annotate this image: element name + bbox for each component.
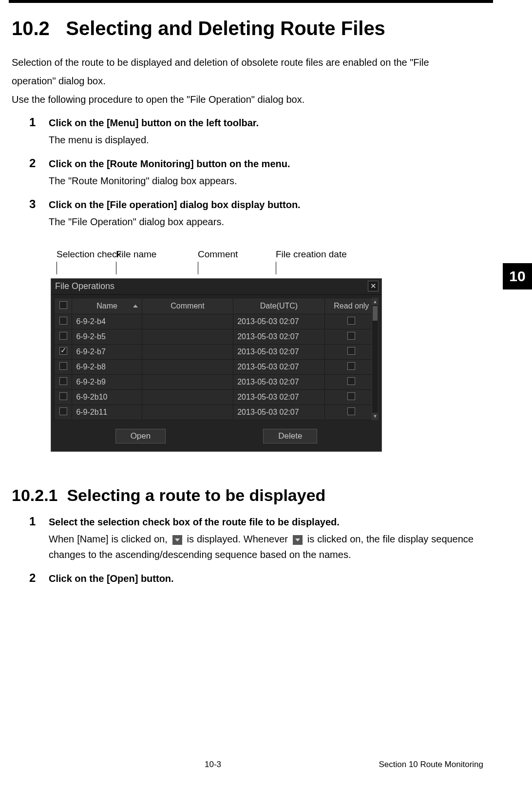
row-checkbox[interactable]	[55, 329, 72, 345]
header-comment[interactable]: Comment	[142, 298, 233, 314]
section-number: 10.2	[12, 18, 50, 39]
step-number: 3	[29, 197, 49, 230]
close-icon: ✕	[370, 282, 377, 290]
checkbox-icon	[347, 347, 355, 355]
desc-text: When [Name] is clicked on,	[49, 534, 171, 544]
step-desc: When [Name] is clicked on, is displayed.…	[49, 531, 474, 562]
row-checkbox[interactable]	[55, 375, 72, 390]
row-readonly[interactable]	[324, 314, 378, 329]
file-table: Name Comment Date(UTC) Read only 6-9-2-b…	[54, 298, 379, 420]
table-row[interactable]: 6-9-2b102013-05-03 02:07	[55, 390, 379, 405]
dropdown-icon	[172, 535, 182, 545]
row-name: 6-9-2b11	[72, 405, 142, 420]
close-button[interactable]: ✕	[368, 281, 379, 291]
row-name: 6-9-2-b5	[72, 329, 142, 345]
desc-text: is displayed. Whenever	[184, 534, 291, 544]
table-row[interactable]: 6-9-2-b52013-05-03 02:07	[55, 329, 379, 345]
section-title: 10.2 Selecting and Deleting Route Files	[12, 18, 474, 39]
dialog-title: File Operations	[55, 281, 114, 291]
checkbox-icon	[59, 332, 67, 340]
checkbox-icon	[59, 317, 67, 325]
scroll-up-icon[interactable]: ▲	[372, 298, 378, 305]
intro-paragraph-1: Selection of the route to be displayed a…	[12, 53, 474, 90]
table-row[interactable]: 6-9-2b112013-05-03 02:07	[55, 405, 379, 420]
row-checkbox[interactable]	[55, 360, 72, 375]
row-date: 2013-05-03 02:07	[233, 314, 324, 329]
step-title: Click on the [Open] button.	[49, 571, 474, 586]
callout-selection: Selection check	[57, 249, 121, 274]
callout-line	[198, 262, 198, 274]
step-title: Select the selection check box of the ro…	[49, 515, 474, 529]
step-desc: The menu is displayed.	[49, 132, 474, 148]
row-readonly[interactable]	[324, 360, 378, 375]
checkbox-icon	[347, 362, 355, 370]
callout-line	[57, 262, 57, 274]
scroll-down-icon[interactable]: ▼	[372, 413, 378, 420]
top-rule	[9, 0, 493, 3]
table-row[interactable]: 6-9-2-b92013-05-03 02:07	[55, 375, 379, 390]
row-comment	[142, 329, 233, 345]
step-number: 1	[29, 515, 49, 562]
row-checkbox[interactable]	[55, 314, 72, 329]
scrollbar[interactable]: ▲ ▼	[372, 298, 379, 420]
row-comment	[142, 345, 233, 360]
checkbox-icon	[59, 407, 67, 415]
header-checkbox[interactable]	[55, 298, 72, 314]
row-name: 6-9-2-b8	[72, 360, 142, 375]
delete-button[interactable]: Delete	[263, 429, 317, 443]
section-heading: Selecting and Deleting Route Files	[66, 18, 385, 39]
procedure-steps-b: 1 Select the selection check box of the …	[29, 515, 474, 586]
callout-line	[116, 262, 116, 274]
page-footer: 10-3 Section 10 Route Monitoring	[0, 760, 532, 770]
step-title: Click on the [Menu] button on the left t…	[49, 115, 474, 130]
row-date: 2013-05-03 02:07	[233, 360, 324, 375]
callout-labels: Selection check File name Comment File c…	[51, 249, 392, 278]
table-row[interactable]: 6-9-2-b42013-05-03 02:07	[55, 314, 379, 329]
row-comment	[142, 375, 233, 390]
checkbox-icon	[59, 377, 67, 385]
figure-area: Selection check File name Comment File c…	[51, 249, 392, 452]
callout-text: Selection check	[57, 249, 121, 259]
step-1: 1 Click on the [Menu] button on the left…	[29, 115, 474, 148]
step-desc: The "Route Monitoring" dialog box appear…	[49, 173, 474, 189]
callout-comment: Comment	[198, 249, 238, 274]
callout-filename: File name	[116, 249, 156, 274]
row-date: 2013-05-03 02:07	[233, 345, 324, 360]
checkbox-icon	[59, 362, 67, 370]
step-3: 3 Click on the [File operation] dialog b…	[29, 197, 474, 230]
dialog-button-row: Open Delete	[51, 420, 381, 451]
row-readonly[interactable]	[324, 375, 378, 390]
open-button[interactable]: Open	[115, 429, 166, 443]
callout-creation: File creation date	[276, 249, 347, 274]
scroll-thumb[interactable]	[373, 306, 378, 321]
dropdown-icon	[293, 535, 303, 545]
row-checkbox[interactable]	[55, 345, 72, 360]
header-date[interactable]: Date(UTC)	[233, 298, 324, 314]
row-date: 2013-05-03 02:07	[233, 405, 324, 420]
row-readonly[interactable]	[324, 405, 378, 420]
callout-line	[276, 262, 276, 274]
header-name[interactable]: Name	[72, 298, 142, 314]
row-comment	[142, 360, 233, 375]
checkbox-icon	[59, 347, 67, 355]
header-readonly[interactable]: Read only	[324, 298, 378, 314]
row-readonly[interactable]	[324, 329, 378, 345]
table-row[interactable]: 6-9-2-b72013-05-03 02:07	[55, 345, 379, 360]
step-title: Click on the [File operation] dialog box…	[49, 197, 474, 212]
checkbox-icon	[59, 392, 67, 400]
step-b1: 1 Select the selection check box of the …	[29, 515, 474, 562]
table-row[interactable]: 6-9-2-b82013-05-03 02:07	[55, 360, 379, 375]
step-b2: 2 Click on the [Open] button.	[29, 571, 474, 586]
step-2: 2 Click on the [Route Monitoring] button…	[29, 156, 474, 189]
row-readonly[interactable]	[324, 345, 378, 360]
callout-text: File name	[116, 249, 156, 259]
step-number: 2	[29, 156, 49, 189]
checkbox-icon	[347, 332, 355, 340]
row-checkbox[interactable]	[55, 405, 72, 420]
footer-section: Section 10 Route Monitoring	[379, 760, 483, 770]
row-checkbox[interactable]	[55, 390, 72, 405]
row-readonly[interactable]	[324, 390, 378, 405]
file-operations-dialog: File Operations ✕ Name Comment Date(UTC)	[51, 278, 382, 452]
row-date: 2013-05-03 02:07	[233, 329, 324, 345]
step-title: Click on the [Route Monitoring] button o…	[49, 156, 474, 171]
